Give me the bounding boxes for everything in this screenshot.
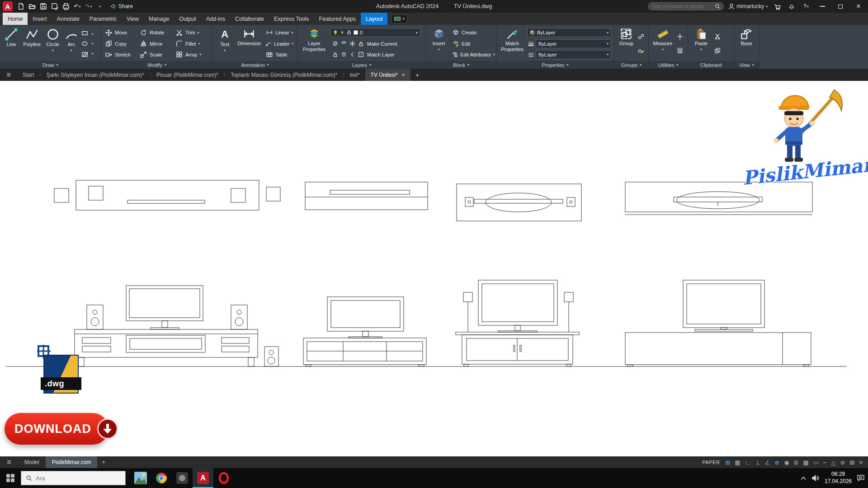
- taskbar-search-field[interactable]: [21, 471, 126, 485]
- match-properties-button[interactable]: Match Properties: [499, 26, 526, 61]
- object-color-dropdown[interactable]: ByLayer ▾: [527, 28, 611, 37]
- tv-unit-plan-4[interactable]: [625, 182, 812, 215]
- linear-button[interactable]: Linear▾: [264, 28, 295, 37]
- layer-lock-tool-icon[interactable]: [357, 40, 365, 47]
- panel-block-footer[interactable]: Block▾: [426, 61, 496, 69]
- ungroup-icon[interactable]: [637, 33, 645, 40]
- fillet-button[interactable]: Fillet▾: [174, 39, 209, 48]
- start-button[interactable]: [0, 468, 21, 488]
- tv-unit-elevation-2[interactable]: [303, 297, 426, 366]
- annotation-scale-toggle[interactable]: △: [831, 460, 836, 465]
- tv-unit-elevation-1[interactable]: [75, 286, 278, 366]
- file-tab-toplanti-masasi[interactable]: Toplantı Masası Görünüş (PislikMimar.com…: [225, 69, 343, 81]
- leader-button[interactable]: Leader▾: [264, 39, 295, 48]
- grid-toggle[interactable]: ⊞: [725, 460, 730, 465]
- ellipse-flyout-caret[interactable]: ▾: [92, 42, 99, 46]
- taskbar-clock[interactable]: 06:29 17.04.2026: [825, 471, 852, 485]
- array-button[interactable]: Array▾: [174, 50, 209, 59]
- block-create-button[interactable]: Create: [450, 28, 494, 37]
- mirror-button[interactable]: Mirror: [138, 39, 173, 48]
- file-tab-pisuar[interactable]: Pisuar (PislikMimar.com)*: [151, 69, 224, 81]
- ribbon-tab-manage[interactable]: Manage: [144, 13, 174, 25]
- polyline-button[interactable]: Polyline: [22, 26, 42, 61]
- new-drawing-tab-button[interactable]: +: [410, 69, 424, 81]
- ortho-toggle[interactable]: ⊥: [755, 460, 760, 465]
- group-button[interactable]: Group: [617, 26, 636, 61]
- make-current-button[interactable]: Make Current: [330, 39, 420, 48]
- file-tab-tivii[interactable]: tivii*: [344, 69, 365, 81]
- otrack-toggle[interactable]: ◉: [784, 460, 789, 465]
- panel-groups-footer[interactable]: Groups▾: [614, 61, 648, 69]
- layer-unlock-icon[interactable]: [331, 51, 339, 58]
- paste-button[interactable]: Paste ▾: [690, 26, 712, 61]
- panel-view-footer[interactable]: View▾: [734, 61, 759, 69]
- app-store-button[interactable]: [772, 1, 782, 12]
- hatch-flyout-caret[interactable]: ▾: [92, 52, 99, 56]
- close-tab-icon[interactable]: ×: [402, 71, 406, 78]
- ui-lock-toggle[interactable]: ⊠: [850, 460, 855, 465]
- tv-unit-plan-1[interactable]: [54, 180, 280, 210]
- tv-unit-elevation-4[interactable]: [625, 280, 811, 366]
- undo-button[interactable]: ↶▾: [72, 1, 82, 12]
- layer-isolate-icon[interactable]: [340, 40, 348, 47]
- panel-modify-footer[interactable]: Modify▾: [101, 61, 212, 69]
- new-file-button[interactable]: [16, 1, 26, 12]
- cut-icon[interactable]: [713, 33, 721, 40]
- panel-layers-footer[interactable]: Layers▾: [297, 61, 426, 69]
- panel-clipboard-footer[interactable]: Clipboard: [688, 61, 734, 69]
- taskbar-search-input[interactable]: [36, 475, 121, 482]
- rotate-button[interactable]: Rotate: [138, 28, 173, 37]
- transparency-toggle[interactable]: ▩: [803, 460, 808, 465]
- group-edit-icon[interactable]: [637, 47, 645, 55]
- quick-calc-icon[interactable]: [676, 47, 684, 55]
- taskbar-app-autocad[interactable]: A: [193, 468, 213, 488]
- panel-annotation-footer[interactable]: Annotation▾: [213, 61, 297, 69]
- move-button[interactable]: Move: [104, 28, 137, 37]
- id-point-icon[interactable]: [676, 33, 684, 40]
- selection-cycling-toggle[interactable]: ▭: [813, 460, 819, 465]
- paper-space-label[interactable]: PAPER: [702, 460, 720, 465]
- rectangle-tool-icon[interactable]: [81, 29, 89, 37]
- account-menu[interactable]: mimarlucky ▾: [728, 3, 768, 9]
- help-search-field[interactable]: [648, 2, 724, 10]
- taskbar-app-chrome[interactable]: [151, 468, 172, 488]
- share-button[interactable]: Share: [110, 3, 133, 9]
- osnap-toggle[interactable]: ⊕: [774, 460, 779, 465]
- rectangle-flyout-caret[interactable]: ▾: [92, 32, 99, 36]
- layer-properties-button[interactable]: Layer Properties: [300, 26, 329, 61]
- taskbar-app-gimp[interactable]: [172, 468, 193, 488]
- layer-state-icon[interactable]: [357, 51, 365, 58]
- scale-button[interactable]: Scale: [138, 50, 173, 59]
- hidden-icons-chevron[interactable]: [800, 476, 807, 480]
- circle-button[interactable]: Circle ▾: [44, 26, 62, 61]
- model-tab[interactable]: Model: [18, 456, 46, 468]
- ribbon-tab-featured-apps[interactable]: Featured Apps: [314, 13, 361, 25]
- panel-properties-footer[interactable]: Properties▾: [496, 61, 614, 69]
- ribbon-tab-layout[interactable]: Layout: [361, 13, 388, 25]
- infer-toggle[interactable]: ∟: [745, 460, 751, 465]
- copy-clip-icon[interactable]: [713, 47, 721, 55]
- minimize-button[interactable]: [816, 0, 829, 13]
- ribbon-tab-annotate[interactable]: Annotate: [52, 13, 85, 25]
- volume-icon[interactable]: [812, 475, 819, 481]
- file-tab-sarki-soyleyen-insan[interactable]: Şarkı Söyleyen Insan (PislikMimar.com)*: [41, 69, 150, 81]
- table-button[interactable]: Table: [264, 50, 295, 59]
- ribbon-tab-view[interactable]: View: [122, 13, 144, 25]
- clean-screen-toggle[interactable]: ≡: [859, 460, 863, 465]
- tv-unit-plan-2[interactable]: [305, 182, 428, 210]
- layout-tab-pislikmimar[interactable]: PislikMimar.com: [46, 456, 98, 468]
- edit-attributes-button[interactable]: Edit Attributes▾: [450, 50, 494, 59]
- arc-button[interactable]: Arc ▾: [63, 26, 80, 61]
- polar-toggle[interactable]: ∠: [765, 460, 770, 465]
- taskbar-app-photos[interactable]: [130, 468, 151, 488]
- ribbon-tab-output[interactable]: Output: [174, 13, 201, 25]
- layer-prev-icon[interactable]: [349, 51, 356, 58]
- plot-button[interactable]: [61, 1, 71, 12]
- insert-button[interactable]: Insert ▾: [429, 26, 449, 61]
- drawing-area[interactable]: PislikMimar .dwg DOWNLOAD: [0, 81, 868, 456]
- copy-button[interactable]: Copy: [104, 39, 137, 48]
- lineweight-toggle[interactable]: ≣: [794, 460, 799, 465]
- ribbon-tab-collaborate[interactable]: Collaborate: [230, 13, 269, 25]
- help-button[interactable]: ?▾: [801, 1, 811, 12]
- tv-unit-elevation-3[interactable]: [456, 280, 579, 366]
